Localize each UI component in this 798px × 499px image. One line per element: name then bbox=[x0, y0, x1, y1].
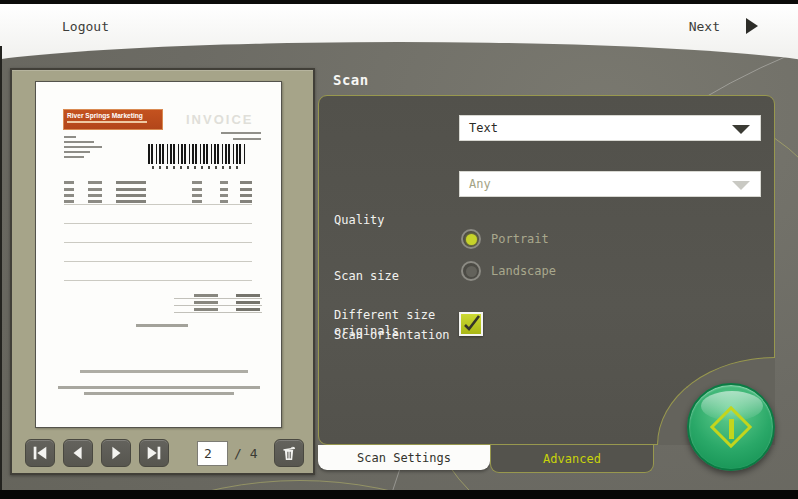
line bbox=[64, 146, 102, 148]
invoice-tagline-line bbox=[67, 121, 147, 123]
radio-selected-icon bbox=[461, 229, 481, 249]
line bbox=[64, 156, 84, 158]
invoice-thankyou-line bbox=[136, 324, 188, 327]
trash-icon bbox=[279, 443, 299, 463]
next-arrow-icon bbox=[746, 18, 758, 34]
left-edge-strip bbox=[0, 46, 2, 490]
line bbox=[64, 151, 90, 153]
portrait-radio-option[interactable]: Portrait bbox=[461, 229, 549, 249]
different-size-originals-checkbox[interactable] bbox=[459, 312, 483, 336]
chevron-down-icon bbox=[732, 181, 750, 190]
invoice-watermark: INVOICE bbox=[186, 112, 276, 127]
next-page-icon bbox=[107, 444, 125, 462]
document-preview-panel: INVOICE River Springs Marketing bbox=[10, 68, 315, 475]
page-navigation-bar: / 4 bbox=[25, 439, 304, 469]
line bbox=[221, 132, 261, 134]
invoice-table-row bbox=[64, 194, 252, 197]
first-page-button[interactable] bbox=[25, 439, 55, 467]
landscape-radio-option[interactable]: Landscape bbox=[461, 261, 556, 281]
invoice-company-name: River Springs Marketing bbox=[67, 112, 159, 119]
invoice-barcode bbox=[148, 144, 246, 164]
scan-size-dropdown: Any bbox=[459, 171, 761, 197]
line bbox=[233, 138, 261, 140]
quality-label: Quality bbox=[334, 213, 385, 227]
invoice-barcode-digits bbox=[152, 166, 242, 169]
invoice-table-row bbox=[64, 200, 252, 203]
scanned-page-preview: INVOICE River Springs Marketing bbox=[35, 81, 282, 428]
previous-page-icon bbox=[69, 444, 87, 462]
invoice-table-rules bbox=[64, 204, 252, 299]
landscape-label: Landscape bbox=[491, 264, 556, 278]
invoice-fineprint-line bbox=[58, 386, 260, 389]
next-button-label: Next bbox=[689, 19, 720, 34]
scan-size-value: Any bbox=[469, 177, 491, 191]
invoice-address-block bbox=[64, 136, 124, 161]
last-page-button[interactable] bbox=[139, 439, 169, 467]
scan-size-label: Scan size bbox=[334, 269, 399, 283]
chevron-down-icon bbox=[732, 125, 750, 134]
panel-title: Scan bbox=[333, 72, 369, 88]
invoice-table-header-row bbox=[64, 181, 252, 184]
line bbox=[64, 136, 76, 138]
start-scan-button[interactable] bbox=[687, 383, 775, 471]
invoice-company-banner: River Springs Marketing bbox=[63, 109, 163, 130]
quality-dropdown[interactable]: Text bbox=[459, 115, 761, 141]
first-page-icon bbox=[31, 444, 49, 462]
scanner-ui-screen: Logout Next INVOICE River Springs Market… bbox=[0, 0, 798, 499]
line bbox=[174, 299, 262, 306]
invoice-fineprint-line bbox=[84, 392, 234, 395]
invoice-table-row bbox=[64, 188, 252, 191]
quality-value: Text bbox=[469, 121, 498, 135]
checkmark-icon bbox=[460, 313, 482, 335]
line bbox=[64, 141, 94, 143]
tab-advanced-label: Advanced bbox=[543, 452, 601, 466]
line bbox=[174, 292, 262, 299]
previous-page-button[interactable] bbox=[63, 439, 93, 467]
tab-advanced[interactable]: Advanced bbox=[490, 445, 654, 473]
last-page-icon bbox=[145, 444, 163, 462]
logout-button[interactable]: Logout bbox=[62, 19, 109, 34]
invoice-totals-block bbox=[174, 292, 262, 313]
next-page-button[interactable] bbox=[101, 439, 131, 467]
next-button[interactable]: Next bbox=[689, 18, 758, 34]
invoice-number-block bbox=[221, 132, 261, 144]
line bbox=[174, 306, 262, 313]
delete-page-button[interactable] bbox=[274, 439, 304, 467]
page-total-label: / 4 bbox=[234, 446, 257, 461]
bottom-edge-strip bbox=[0, 490, 798, 499]
different-size-originals-label: Different size originals bbox=[334, 307, 444, 339]
tab-scan-settings-label: Scan Settings bbox=[357, 451, 451, 465]
invoice-fineprint-line bbox=[80, 370, 248, 373]
portrait-label: Portrait bbox=[491, 232, 549, 246]
page-number-input[interactable] bbox=[197, 441, 228, 466]
tab-scan-settings[interactable]: Scan Settings bbox=[318, 445, 490, 470]
radio-unselected-icon bbox=[461, 261, 481, 281]
start-bar-icon bbox=[729, 419, 734, 439]
